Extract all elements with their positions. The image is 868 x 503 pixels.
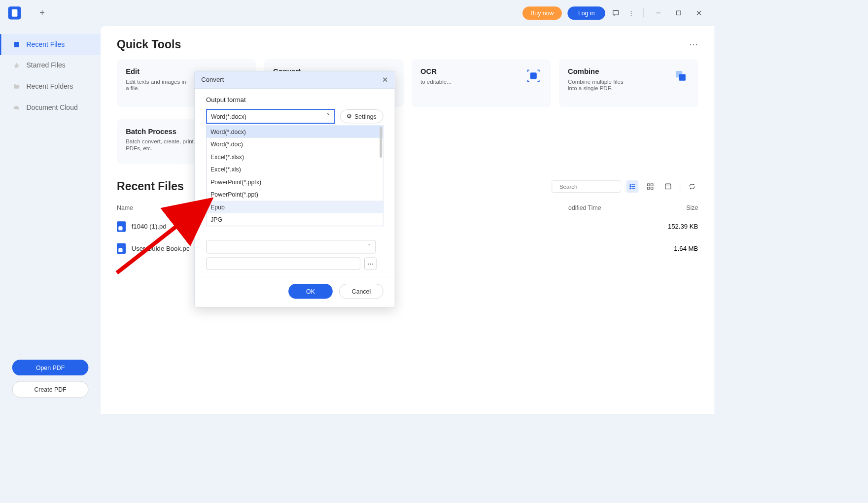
svg-rect-10 <box>679 74 686 81</box>
svg-rect-23 <box>665 185 671 189</box>
column-size: Size <box>650 204 698 211</box>
convert-dialog: Convert ✕ Output format Word(*.docx) ˅ ⚙… <box>194 71 395 307</box>
browse-button[interactable]: ⋯ <box>364 258 377 270</box>
dropdown-option[interactable]: Epub <box>207 201 383 213</box>
column-time: odified Time <box>568 204 650 211</box>
path-input[interactable] <box>206 258 360 270</box>
svg-rect-18 <box>631 188 635 189</box>
file-icon <box>13 40 21 48</box>
file-size: 1.64 MB <box>650 245 698 252</box>
list-view-button[interactable] <box>626 180 639 193</box>
file-size: 152.39 KB <box>650 223 698 231</box>
sidebar-item-starred[interactable]: Starred Files <box>0 55 101 76</box>
chat-icon[interactable] <box>611 8 621 18</box>
svg-rect-16 <box>631 186 635 187</box>
tool-card-ocr[interactable]: OCR to editable... T <box>412 59 551 107</box>
dropdown-option[interactable]: PowerPoint(*.pptx) <box>207 175 383 188</box>
sidebar-item-recent-folders[interactable]: Recent Folders <box>0 76 101 98</box>
open-pdf-button[interactable]: Open PDF <box>12 360 89 375</box>
svg-rect-20 <box>651 184 653 186</box>
refresh-button[interactable] <box>686 180 698 193</box>
output-format-label: Output format <box>206 96 383 103</box>
chevron-down-icon: ˅ <box>327 113 330 120</box>
format-dropdown: Word(*.docx) Word(*.doc) Excel(*.xlsx) E… <box>206 125 383 226</box>
svg-rect-13 <box>630 184 631 185</box>
quick-tools-title: Quick Tools <box>117 38 181 51</box>
gear-icon: ⚙ <box>347 113 352 120</box>
search-input[interactable] <box>552 180 621 193</box>
tool-title: OCR <box>420 67 451 76</box>
tool-desc: to editable... <box>420 78 451 85</box>
star-icon <box>13 62 21 69</box>
ocr-icon: T <box>525 67 542 85</box>
cloud-icon <box>13 104 21 112</box>
sidebar-item-label: Document Cloud <box>26 104 77 112</box>
svg-rect-2 <box>677 11 681 15</box>
recent-files-title: Recent Files <box>117 180 184 193</box>
grid-view-button[interactable] <box>644 180 657 193</box>
svg-marker-6 <box>14 63 20 68</box>
tool-title: Combine <box>568 67 633 76</box>
sidebar-item-recent-files[interactable]: Recent Files <box>0 34 101 55</box>
format-select[interactable]: Word(*.docx) ˅ <box>206 109 335 124</box>
svg-text:T: T <box>532 73 535 78</box>
svg-rect-17 <box>630 188 631 189</box>
settings-button[interactable]: ⚙ Settings <box>340 109 383 123</box>
sidebar-item-label: Recent Files <box>26 40 65 48</box>
svg-rect-0 <box>613 10 619 15</box>
tool-title: Edit <box>126 67 191 76</box>
svg-rect-19 <box>648 184 650 186</box>
combine-icon <box>672 67 690 85</box>
svg-rect-15 <box>630 186 631 187</box>
cancel-button[interactable]: Cancel <box>339 284 383 299</box>
login-button[interactable]: Log in <box>567 6 605 20</box>
maximize-button[interactable] <box>671 6 686 21</box>
dropdown-option[interactable]: Word(*.doc) <box>207 138 383 151</box>
buy-now-button[interactable]: Buy now <box>522 6 562 20</box>
new-tab-button[interactable]: + <box>37 8 47 18</box>
close-icon[interactable]: ✕ <box>382 75 388 84</box>
sidebar-item-label: Starred Files <box>26 62 65 69</box>
tool-desc: Combine multiple files into a single PDF… <box>568 78 633 91</box>
pdf-icon <box>117 221 126 232</box>
dropdown-option[interactable]: JPG <box>207 213 383 226</box>
dropdown-option[interactable]: Excel(*.xlsx) <box>207 150 383 163</box>
ok-button[interactable]: OK <box>288 284 333 299</box>
dropdown-option[interactable]: Word(*.docx) <box>207 125 383 138</box>
sidebar-item-cloud[interactable]: Document Cloud <box>0 98 101 119</box>
scrollbar[interactable] <box>380 127 382 158</box>
sidebar-item-label: Recent Folders <box>26 83 73 91</box>
svg-rect-14 <box>631 184 635 185</box>
dropdown-option[interactable]: Excel(*.xls) <box>207 163 383 176</box>
tool-card-combine[interactable]: Combine Combine multiple files into a si… <box>559 59 698 107</box>
dropdown-option[interactable]: PowerPoint(*.ppt) <box>207 188 383 201</box>
secondary-select[interactable]: ˅ <box>206 240 376 253</box>
close-button[interactable] <box>692 6 706 21</box>
create-pdf-button[interactable]: Create PDF <box>12 381 89 398</box>
dialog-title: Convert <box>201 76 224 84</box>
svg-rect-5 <box>14 42 19 47</box>
chevron-down-icon: ˅ <box>368 243 371 251</box>
tool-desc: Edit texts and images in a file. <box>126 78 191 91</box>
svg-rect-21 <box>648 187 650 189</box>
quick-tools-more[interactable]: ⋯ <box>689 39 698 50</box>
pdf-icon <box>117 243 126 254</box>
app-logo[interactable] <box>8 6 21 19</box>
minimize-button[interactable] <box>651 6 666 21</box>
svg-rect-22 <box>651 187 653 189</box>
folder-icon <box>13 83 21 91</box>
archive-view-button[interactable] <box>662 180 674 193</box>
more-menu-icon[interactable]: ⋮ <box>626 8 636 18</box>
